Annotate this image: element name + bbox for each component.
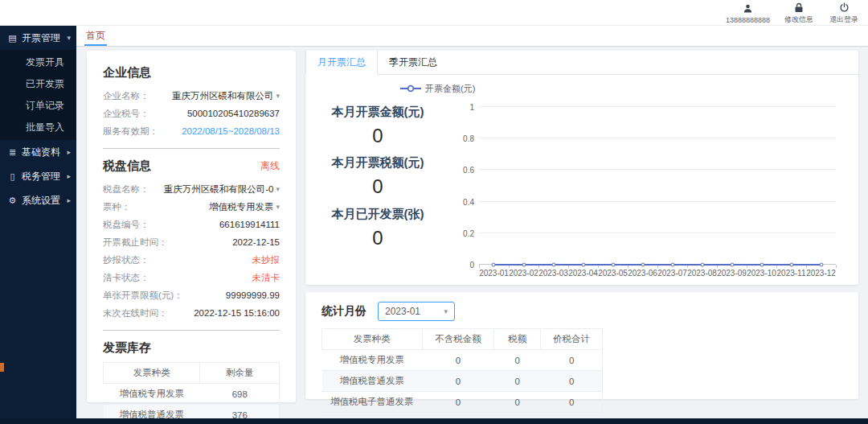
sidebar-item-label: 基础资料 — [22, 146, 60, 159]
sidebar-item-label: 系统设置 — [22, 194, 60, 208]
gear-icon: ⚙ — [7, 196, 18, 206]
summary-body: 本月开票金额(元)0本月开票税额(元)0本月已开发票(张)0 00.20.40.… — [305, 96, 858, 284]
caret-right-icon: ▸ — [67, 172, 71, 180]
table-row[interactable]: 增值税专用发票698 — [104, 384, 280, 405]
table-cell: 增值税专用发票 — [104, 384, 200, 405]
x-axis-tick — [836, 265, 837, 268]
offline-status-badge[interactable]: 离线 — [260, 159, 280, 173]
legend-label: 开票金额(元) — [425, 83, 475, 95]
field-value: 重庆万州区碨和有限公司 — [172, 90, 274, 102]
field-value[interactable]: 2022/08/15~2028/08/13 — [182, 126, 280, 136]
field-label: 企业名称： — [103, 90, 149, 102]
column-header: 发票种类 — [322, 329, 423, 350]
sidebar-item-invoice-issue[interactable]: 发票开具 — [0, 51, 76, 73]
table-header-row: 发票种类不含税金额税额价税合计 — [322, 329, 603, 350]
chart-data-point[interactable] — [581, 263, 585, 267]
info-field: 清卡状态：未清卡 — [103, 269, 280, 286]
y-tick-label: 0.4 — [447, 197, 474, 206]
table-cell: 0 — [541, 350, 603, 371]
chart-data-point[interactable] — [611, 263, 615, 267]
table-cell: 0 — [541, 371, 603, 392]
x-tick-label: 2023-05 — [598, 269, 628, 278]
sidebar-submenu: 发票开具已开发票订单记录批量导入 — [0, 50, 76, 140]
lock-icon — [794, 2, 804, 13]
chart-data-point[interactable] — [641, 263, 645, 267]
tab-home[interactable]: 首页 — [80, 26, 112, 46]
tab-monthly[interactable]: 月开票汇总 — [305, 51, 378, 75]
sidebar-edge-marker — [0, 363, 4, 372]
chart-data-point[interactable] — [730, 263, 734, 267]
column-header: 剩余量 — [200, 363, 280, 384]
x-tick-label: 2023-01 — [479, 269, 509, 278]
divider — [103, 330, 280, 331]
sidebar-item-invoice-mgmt[interactable]: ▤开票管理▾ — [0, 26, 76, 50]
table-cell: 0 — [422, 371, 494, 392]
summary-tabs: 月开票汇总季开票汇总 — [305, 51, 858, 75]
column-header: 不含税金额 — [422, 329, 494, 350]
statistics-table: 发票种类不含税金额税额价税合计增值税专用发票000增值税普通发票000增值税电子… — [321, 328, 603, 413]
chart-legend[interactable]: 开票金额(元) — [305, 75, 858, 96]
table-row[interactable]: 增值税电子普通发票000 — [322, 392, 603, 413]
y-tick-label: 0.8 — [447, 134, 474, 143]
chart-data-point[interactable] — [700, 263, 704, 267]
user-phone: 13888888888 — [726, 16, 770, 24]
field-label: 单张开票限额(元)： — [103, 290, 183, 302]
disk-icon: ▯ — [7, 171, 18, 182]
y-tick-label: 1 — [447, 103, 474, 112]
stat-month-amount: 本月开票金额(元)0 — [310, 105, 445, 147]
sidebar-item-basic-data[interactable]: ≣基础资料▸ — [0, 140, 76, 164]
table-cell: 增值税专用发票 — [322, 350, 423, 371]
stat-label: 本月开票税额(元) — [310, 155, 445, 171]
dropdown-caret-icon[interactable]: ▾ — [276, 185, 280, 193]
column-header: 价税合计 — [541, 329, 603, 350]
sidebar-item-label: 开票管理 — [22, 31, 60, 45]
column-header: 发票种类 — [104, 363, 200, 384]
form-icon: ▤ — [7, 33, 18, 43]
field-label: 抄报状态： — [103, 254, 149, 266]
field-label: 末次在线时间： — [103, 307, 168, 319]
month-select[interactable]: 2023-01 ▾ — [378, 302, 455, 321]
info-field: 税盘名称：重庆万州区碨和有限公司-0▾ — [103, 180, 280, 198]
logout-button[interactable]: 退出登录 — [828, 2, 860, 25]
table-header-row: 发票种类剩余量 — [104, 363, 280, 384]
table-row[interactable]: 增值税普通发票000 — [322, 371, 603, 392]
modify-info-button[interactable]: 修改信息 — [783, 2, 815, 25]
x-axis-tick — [479, 265, 480, 268]
field-value: 99999999.99 — [226, 290, 280, 300]
chart-data-point[interactable] — [819, 263, 823, 267]
field-value: 500010205410289637 — [187, 109, 280, 118]
user-account[interactable]: 13888888888 — [726, 2, 770, 25]
monthly-stats: 本月开票金额(元)0本月开票税额(元)0本月已开发票(张)0 — [310, 96, 445, 281]
sidebar-item-system-settings[interactable]: ⚙系统设置▸ — [0, 188, 76, 212]
x-tick-label: 2023-03 — [538, 269, 568, 278]
statistics-title: 统计月份 — [321, 304, 366, 319]
footer-bar — [0, 418, 868, 424]
sidebar-item-tax-mgmt[interactable]: ▯税务管理▸ — [0, 164, 76, 188]
chevron-down-icon: ▾ — [444, 307, 448, 315]
table-row[interactable]: 增值税专用发票000 — [322, 350, 603, 371]
info-field: 企业名称：重庆万州区碨和有限公司▾ — [103, 87, 280, 105]
inventory-title: 发票库存 — [103, 340, 280, 356]
sidebar-item-label: 税务管理 — [22, 170, 60, 183]
chart-data-point[interactable] — [670, 263, 674, 267]
dropdown-caret-icon[interactable]: ▾ — [276, 203, 280, 211]
x-tick-label: 2023-11 — [777, 269, 806, 278]
chart-data-point[interactable] — [492, 263, 496, 267]
chart-data-point[interactable] — [522, 263, 526, 267]
tab-bar: 首页 — [76, 26, 868, 47]
company-info-fields: 企业名称：重庆万州区碨和有限公司▾企业税号：500010205410289637… — [103, 87, 280, 140]
chart-data-point[interactable] — [760, 263, 764, 267]
chart-data-point[interactable] — [551, 263, 555, 267]
chart-data-point[interactable] — [789, 263, 793, 267]
sidebar-item-batch-import[interactable]: 批量导入 — [0, 117, 76, 138]
info-field: 票种：增值税专用发票▾ — [103, 198, 280, 216]
sidebar-item-issued-invoices[interactable]: 已开发票 — [0, 73, 76, 95]
app-root: 13888888888 修改信息 退出登录 云易开票 随时随地开发票 ▤开票管理… — [0, 0, 868, 424]
sidebar-item-order-records[interactable]: 订单记录 — [0, 95, 76, 117]
dropdown-caret-icon[interactable]: ▾ — [276, 92, 280, 100]
table-cell: 增值税电子普通发票 — [322, 392, 423, 413]
tab-quarterly[interactable]: 季开票汇总 — [378, 51, 448, 75]
x-tick-label: 2023-12 — [806, 269, 836, 278]
stat-value: 0 — [310, 175, 445, 198]
sidebar-nav: ▤开票管理▾发票开具已开发票订单记录批量导入≣基础资料▸▯税务管理▸⚙系统设置▸ — [0, 26, 76, 418]
